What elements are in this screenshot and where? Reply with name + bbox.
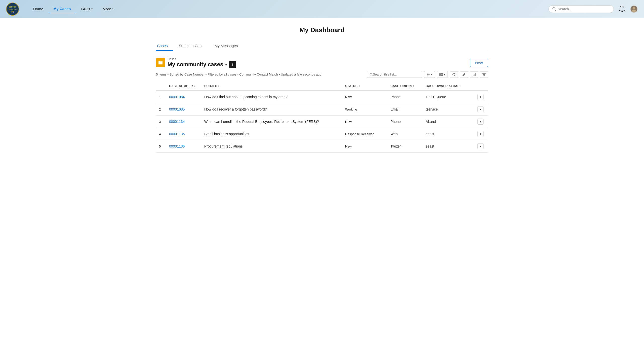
svg-text:DEPT OF: DEPT OF xyxy=(9,6,17,8)
nav-faqs[interactable]: FAQs ▾ xyxy=(77,5,97,13)
row-action-dropdown[interactable]: ▾ xyxy=(477,131,484,137)
pin-button[interactable]: ⬆ xyxy=(229,61,236,68)
row-num: 5 xyxy=(156,140,166,153)
col-header-subject[interactable]: SUBJECT ↕ xyxy=(201,82,342,91)
sort-toggle-icon[interactable]: ↓ xyxy=(196,84,198,88)
col-header-owner-alias[interactable]: CASE OWNER ALIAS ↕ xyxy=(423,82,473,91)
filter-button[interactable] xyxy=(480,71,488,78)
settings-chevron: ▾ xyxy=(431,73,433,76)
edit-icon xyxy=(462,73,466,76)
col-header-action xyxy=(473,82,488,91)
main-content: My Dashboard Cases Submit a Case My Mess… xyxy=(146,18,498,161)
global-search-box[interactable] xyxy=(548,5,614,13)
notifications-icon[interactable] xyxy=(618,5,626,13)
cases-breadcrumb: Cases My community cases ▾ ⬆ xyxy=(168,57,236,68)
col-header-case-origin[interactable]: CASE ORIGIN ↕ xyxy=(387,82,423,91)
col-header-num xyxy=(156,82,166,91)
col-header-status[interactable]: STATUS ↕ xyxy=(342,82,387,91)
svg-line-5 xyxy=(555,10,556,11)
cases-section: Cases My community cases ▾ ⬆ New 5 items… xyxy=(156,57,488,153)
col-header-case-number[interactable]: CASE NUMBER ↑ ↓ xyxy=(166,82,201,91)
tab-cases[interactable]: Cases xyxy=(156,41,173,51)
cases-title-block: Cases My community cases ▾ ⬆ xyxy=(156,57,236,68)
case-number-link[interactable]: 00001135 xyxy=(169,132,185,136)
settings-button[interactable]: ▾ xyxy=(424,71,435,78)
svg-line-9 xyxy=(372,75,373,76)
status-sort-icon[interactable]: ↕ xyxy=(358,84,360,88)
refresh-icon xyxy=(452,73,456,76)
row-action-cell: ▾ xyxy=(473,140,488,153)
case-origin-cell: Phone xyxy=(387,116,423,128)
columns-button[interactable]: ▾ xyxy=(437,71,448,78)
main-nav: Home My Cases FAQs ▾ More ▾ xyxy=(29,5,548,13)
status-badge: New xyxy=(345,120,352,124)
cases-title-text: My community cases xyxy=(168,61,223,68)
row-action-dropdown[interactable]: ▾ xyxy=(477,94,484,100)
row-action-cell: ▾ xyxy=(473,116,488,128)
case-origin-text: Phone xyxy=(390,120,400,124)
new-case-button[interactable]: New xyxy=(470,59,488,67)
case-number-link[interactable]: 00001084 xyxy=(169,95,185,99)
cases-table: CASE NUMBER ↑ ↓ SUBJECT ↕ STATUS ↕ CASE … xyxy=(156,82,488,153)
row-action-dropdown[interactable]: ▾ xyxy=(477,119,484,125)
chart-button[interactable] xyxy=(470,71,478,78)
svg-rect-16 xyxy=(475,73,476,76)
tab-my-messages[interactable]: My Messages xyxy=(214,41,243,51)
case-owner-text: Tier 1 Queue xyxy=(426,95,446,99)
row-action-cell: ▾ xyxy=(473,128,488,140)
case-number-link[interactable]: 00001085 xyxy=(169,107,185,111)
user-avatar[interactable] xyxy=(630,5,638,13)
sort-asc-icon: ↑ xyxy=(194,85,195,88)
cases-breadcrumb-label: Cases xyxy=(168,57,236,61)
status-badge: New xyxy=(345,95,352,99)
case-owner-cell: ALand xyxy=(423,116,473,128)
site-logo[interactable]: DEPT OF THE FUTURE xyxy=(6,3,19,16)
table-row: 1 00001084 How do I find out about upcom… xyxy=(156,91,488,103)
global-search-input[interactable] xyxy=(558,7,610,11)
status-badge: Response Received xyxy=(345,132,374,136)
row-action-cell: ▾ xyxy=(473,91,488,103)
subject-sort-icon[interactable]: ↕ xyxy=(220,84,222,88)
origin-sort-icon[interactable]: ↕ xyxy=(413,84,415,88)
svg-rect-11 xyxy=(439,73,440,75)
status-badge: New xyxy=(345,145,352,148)
row-action-dropdown[interactable]: ▾ xyxy=(477,106,484,112)
case-number-link[interactable]: 00001136 xyxy=(169,144,185,148)
faqs-chevron-icon: ▾ xyxy=(91,8,93,10)
svg-point-7 xyxy=(633,7,635,10)
dashboard-tabs: Cases Submit a Case My Messages xyxy=(156,41,488,51)
subject-text: When can I enroll in the Federal Employe… xyxy=(204,120,319,124)
row-num: 4 xyxy=(156,128,166,140)
cases-title-dropdown-icon[interactable]: ▾ xyxy=(225,62,227,67)
subject-cell: Procurement regulations xyxy=(201,140,342,153)
page-title: My Dashboard xyxy=(156,26,488,34)
nav-home[interactable]: Home xyxy=(29,5,47,13)
table-row: 3 00001134 When can I enroll in the Fede… xyxy=(156,116,488,128)
case-origin-cell: Twitter xyxy=(387,140,423,153)
folder-icon xyxy=(156,58,165,67)
owner-sort-icon[interactable]: ↕ xyxy=(459,84,461,88)
svg-rect-15 xyxy=(474,74,474,76)
more-chevron-icon: ▾ xyxy=(112,8,113,10)
case-origin-cell: Phone xyxy=(387,91,423,103)
columns-chevron: ▾ xyxy=(444,73,446,76)
list-search-input[interactable] xyxy=(373,73,419,76)
row-num: 1 xyxy=(156,91,166,103)
subject-text: How do I recover a forgotten password? xyxy=(204,107,267,111)
svg-point-10 xyxy=(428,74,429,75)
gear-icon xyxy=(426,73,430,76)
case-owner-text: ALand xyxy=(426,120,436,124)
svg-rect-12 xyxy=(441,73,442,75)
refresh-button[interactable] xyxy=(450,71,458,78)
nav-more[interactable]: More ▾ xyxy=(99,5,117,13)
case-number-cell: 00001135 xyxy=(166,128,201,140)
list-search-box[interactable] xyxy=(367,71,422,78)
subject-text: Small business opportunities xyxy=(204,132,249,136)
case-number-link[interactable]: 00001134 xyxy=(169,120,185,124)
edit-button[interactable] xyxy=(460,71,468,78)
case-number-cell: 00001134 xyxy=(166,116,201,128)
row-action-dropdown[interactable]: ▾ xyxy=(477,143,484,149)
tab-submit-case[interactable]: Submit a Case xyxy=(178,41,209,51)
case-owner-text: eeast xyxy=(426,144,434,148)
nav-my-cases[interactable]: My Cases xyxy=(49,5,75,13)
